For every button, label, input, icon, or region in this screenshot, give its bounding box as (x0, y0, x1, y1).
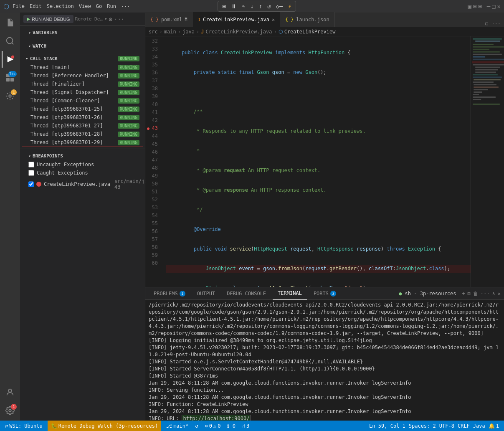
debug-breakpoints-button[interactable]: ◇─ (274, 2, 285, 10)
watch-header[interactable]: ▾ WATCH (20, 41, 145, 51)
layout-icon-2[interactable]: ⊟ (473, 3, 476, 10)
callstack-item-1[interactable]: Thread [Reference Handler] RUNNING (22, 71, 143, 80)
status-encoding[interactable]: UTF-8 (438, 423, 456, 429)
panel-tab-ports[interactable]: PORTS 3 (309, 287, 341, 300)
split-terminal-icon[interactable]: ⊟ (468, 291, 471, 297)
svg-line-1 (12, 43, 13, 44)
callstack-item-5[interactable]: Thread [qtp399683701-25] RUNNING (22, 105, 143, 113)
tab-create-link-preview[interactable]: J CreateLinkPreview.java ✕ (192, 12, 280, 27)
breakpoints-header[interactable]: ▾ BREAKPOINTS (20, 151, 145, 160)
bp-create-link-preview[interactable]: CreateLinkPreview.java src/main/java 43 (20, 177, 145, 191)
bc-main[interactable]: main (164, 29, 176, 35)
callstack-item-6[interactable]: Thread [qtp399683701-26] RUNNING (22, 113, 143, 122)
svg-rect-15 (473, 51, 500, 53)
activity-remote[interactable]: 1 (2, 88, 18, 104)
debug-step-over-button[interactable]: ↷ (240, 2, 247, 10)
tab-pom-xml[interactable]: { } pom.xml M (145, 12, 192, 27)
bc-class[interactable]: CreateLinkPreview (284, 29, 336, 35)
status-remote-icon[interactable]: ⇄ WSL: Ubuntu (3, 421, 44, 431)
panel-tab-problems[interactable]: PROBLEMS 1 (149, 287, 190, 300)
menu-run[interactable]: Run (107, 3, 116, 9)
activity-explorer[interactable] (2, 14, 18, 31)
status-language[interactable]: Java (471, 423, 487, 429)
code-content[interactable]: public class CreateLinkPreview implement… (166, 36, 471, 287)
run-debug-button[interactable]: ▶ RUN AND DEBUG (23, 15, 73, 23)
bc-src[interactable]: src (149, 29, 158, 35)
run-settings-icon[interactable]: ⚙ (109, 16, 112, 23)
bp-uncaught-label: Uncaught Exceptions (37, 162, 94, 167)
notification-count: 1 (496, 423, 499, 429)
status-line-col[interactable]: Ln 59, Col 1 (367, 423, 407, 429)
tab-close-icon[interactable]: ✕ (272, 17, 275, 23)
new-terminal-icon[interactable]: + (462, 291, 465, 297)
layout-icon-3[interactable]: ⊞ (478, 3, 481, 10)
panel-tab-debug-console[interactable]: DEBUG CONSOLE (222, 287, 271, 300)
callstack-item-4[interactable]: Thread [Common-Cleaner] RUNNING (22, 96, 143, 105)
split-editor-icon[interactable]: ⊟ (485, 21, 488, 27)
debug-step-out-button[interactable]: ↑ (257, 2, 264, 10)
run-config-label[interactable]: Remote De… (75, 16, 103, 22)
run-ellipsis-icon[interactable]: ··· (114, 16, 124, 23)
terminal-content[interactable]: /pierrick/.m2/repository/io/cloudevents/… (145, 300, 504, 421)
tab-launch-json[interactable]: { } launch.json (280, 12, 334, 27)
debug-pause-button[interactable]: ⏸ (229, 2, 238, 10)
bc-java[interactable]: java (182, 29, 195, 35)
menu-go[interactable]: Go (96, 3, 102, 9)
activity-settings[interactable]: 1 (2, 402, 18, 419)
collapse-panel-icon[interactable]: ∧ (492, 291, 495, 297)
status-debug-item[interactable]: 🐛 Remote Debug Watch (3p-resources) (48, 421, 161, 431)
code-line-41: @Override (166, 226, 471, 233)
callstack-item-2[interactable]: Thread [Finalizer] RUNNING (22, 80, 143, 88)
menu-view[interactable]: View (79, 3, 91, 9)
status-sync[interactable]: ↺ (193, 421, 200, 431)
status-notification[interactable]: 🔔 1 (487, 423, 501, 429)
callstack-item-7[interactable]: Thread [qtp399683701-27] RUNNING (22, 122, 143, 130)
bp-uncaught-exceptions[interactable]: Uncaught Exceptions (20, 160, 145, 169)
menu-edit[interactable]: Edit (30, 3, 42, 9)
activity-run-debug[interactable] (2, 51, 18, 68)
callstack-item-3[interactable]: Thread [Signal Dispatcher] RUNNING (22, 88, 143, 96)
bp-create-link-checkbox[interactable] (28, 181, 34, 187)
panel-tab-terminal[interactable]: TERMINAL (273, 287, 307, 300)
menu-selection[interactable]: Selection (47, 3, 74, 9)
bc-sep-1: › (160, 29, 162, 35)
bc-file[interactable]: CreateLinkPreview.java (205, 29, 272, 35)
menu-file[interactable]: File (13, 3, 25, 9)
tab-bar-ellipsis[interactable]: ··· (491, 21, 501, 27)
maximize-button[interactable]: □ (492, 3, 495, 10)
debug-restart-button[interactable]: ↺ (266, 2, 272, 10)
callstack-header[interactable]: ▾ CALL STACK Running (22, 54, 143, 63)
layout-icon-1[interactable]: ▣ (468, 3, 471, 10)
callstack-item-8[interactable]: Thread [qtp399683701-28] RUNNING (22, 130, 143, 138)
bp-uncaught-checkbox[interactable] (28, 162, 34, 167)
status-ports[interactable]: ⑁ 3 (241, 421, 251, 431)
status-line-ending[interactable]: CRLF (456, 423, 471, 429)
activity-extensions[interactable]: 1k+ (2, 69, 18, 86)
callstack-item-0[interactable]: Thread [main] RUNNING (22, 63, 143, 71)
debug-lightning-button[interactable]: ⚡ (286, 2, 293, 10)
minimize-button[interactable]: ─ (487, 3, 490, 10)
config-dropdown-arrow[interactable]: ▾ (104, 16, 107, 22)
trash-terminal-icon[interactable]: 🗑 (473, 291, 478, 297)
bp-caught-exceptions[interactable]: Caught Exceptions (20, 169, 145, 177)
status-spaces[interactable]: Spaces: 2 (407, 423, 438, 429)
variables-header[interactable]: ▾ VARIABLES (20, 28, 145, 37)
main-layout: 1k+ 1 1 ▶ RUN AND DEBUG Remote De… ▾ ⚙ ·… (0, 13, 504, 421)
more-terminal-icon[interactable]: ··· (481, 291, 490, 297)
status-errors[interactable]: ⊗ 0 ⚠ 0 (203, 421, 223, 431)
bp-caught-checkbox[interactable] (28, 170, 34, 176)
variables-section: ▾ VARIABLES (20, 26, 145, 39)
close-button[interactable]: ✕ (497, 3, 501, 10)
code-editor[interactable]: 32 33 34 35 36 37 38 39 40 41 42 43 44 4… (145, 36, 504, 287)
callstack-status-2: RUNNING (118, 81, 139, 87)
callstack-item-9[interactable]: Thread [qtp399683701-29] RUNNING (22, 138, 143, 147)
debug-step-into-button[interactable]: ↓ (248, 2, 255, 10)
panel-tab-output[interactable]: OUTPUT (192, 287, 220, 300)
status-branch[interactable]: ⎇ main* (165, 421, 190, 431)
status-info[interactable]: ℹ 0 (225, 421, 237, 431)
callstack-thread-name-9: Thread [qtp399683701-29] (30, 139, 103, 145)
menu-more[interactable]: ··· (121, 3, 130, 9)
activity-search[interactable] (2, 33, 18, 49)
activity-account[interactable] (2, 384, 18, 401)
close-panel-icon[interactable]: ✕ (498, 291, 501, 297)
